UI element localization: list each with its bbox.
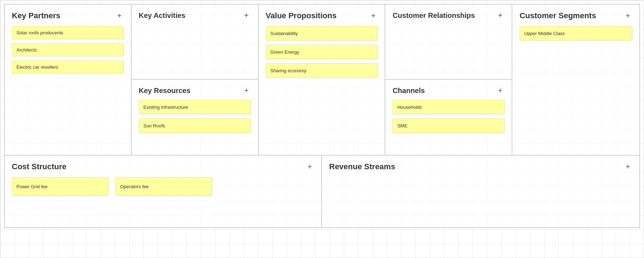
key-resources-header: Key Resources + — [139, 86, 251, 95]
cost-structure-notes: Power Grid fee Operators fee — [12, 177, 314, 196]
value-propositions-note-2[interactable]: Green Energy — [266, 45, 378, 59]
channels-note-1[interactable]: Households — [392, 100, 504, 114]
channels-cell: Channels + Households SME — [385, 80, 512, 155]
cost-structure-note-2[interactable]: Operators fee — [116, 177, 212, 196]
value-propositions-add-btn[interactable]: + — [369, 11, 377, 20]
channels-header: Channels + — [392, 86, 504, 95]
key-partners-header: Key Partners + — [12, 11, 124, 20]
key-activities-add-btn[interactable]: + — [242, 11, 251, 20]
value-propositions-header: Value Propositions + — [266, 11, 378, 20]
revenue-streams-title: Revenue Streams — [329, 162, 395, 171]
revenue-streams-header: Revenue Streams + — [329, 162, 632, 171]
key-resources-cell: Key Resources + Existing infrastructure … — [132, 80, 258, 155]
channels-title: Channels — [392, 87, 425, 95]
cost-structure-header: Cost Structure + — [12, 162, 314, 171]
channels-add-btn[interactable]: + — [496, 86, 504, 95]
key-resources-note-1[interactable]: Existing infrastructure — [139, 100, 251, 114]
key-partners-cell: Key Partners + Solar roofs producents Ar… — [5, 5, 132, 155]
key-partners-note-1[interactable]: Solar roofs producents — [12, 26, 124, 39]
customer-relationships-header: Customer Relationships + — [392, 11, 504, 20]
customer-relationships-title: Customer Relationships — [392, 11, 475, 20]
key-partners-note-2[interactable]: Architects — [12, 43, 124, 56]
value-propositions-note-1[interactable]: Sustainability — [266, 26, 378, 40]
key-partners-note-3[interactable]: Electric car resellers — [12, 60, 124, 73]
key-resources-title: Key Resources — [139, 87, 191, 95]
key-activities-title: Key Activities — [139, 11, 185, 20]
key-activities-cell: Key Activities + — [132, 5, 258, 80]
value-propositions-note-3[interactable]: Sharing economy — [266, 63, 378, 78]
customer-segments-title: Customer Segments — [519, 11, 596, 20]
value-propositions-cell: Value Propositions + Sustainability Gree… — [259, 5, 386, 155]
key-partners-title: Key Partners — [12, 11, 60, 20]
business-model-canvas: Key Partners + Solar roofs producents Ar… — [0, 0, 644, 258]
channels-note-2[interactable]: SME — [392, 118, 504, 133]
customer-segments-header: Customer Segments + — [519, 11, 632, 20]
cost-structure-note-1[interactable]: Power Grid fee — [12, 177, 108, 196]
customer-segments-cell: Customer Segments + Upper Middle Class — [512, 5, 639, 155]
key-partners-add-btn[interactable]: + — [115, 11, 124, 20]
key-activities-resources-col: Key Activities + Key Resources + Existin… — [132, 5, 259, 155]
key-activities-header: Key Activities + — [139, 11, 251, 20]
customer-relationships-cell: Customer Relationships + — [385, 5, 512, 80]
cr-channels-col: Customer Relationships + Channels + Hous… — [385, 5, 512, 155]
key-resources-note-2[interactable]: Sun Roofs — [139, 118, 251, 133]
cost-structure-title: Cost Structure — [12, 162, 67, 171]
key-resources-add-btn[interactable]: + — [242, 86, 251, 95]
revenue-streams-cell: Revenue Streams + — [322, 156, 639, 227]
value-propositions-title: Value Propositions — [266, 11, 337, 20]
customer-relationships-add-btn[interactable]: + — [496, 11, 504, 20]
customer-segments-add-btn[interactable]: + — [624, 11, 632, 20]
customer-segments-note-1[interactable]: Upper Middle Class — [519, 26, 632, 40]
revenue-streams-add-btn[interactable]: + — [624, 162, 632, 171]
cost-structure-cell: Cost Structure + Power Grid fee Operator… — [5, 156, 322, 227]
cost-structure-add-btn[interactable]: + — [306, 162, 314, 171]
